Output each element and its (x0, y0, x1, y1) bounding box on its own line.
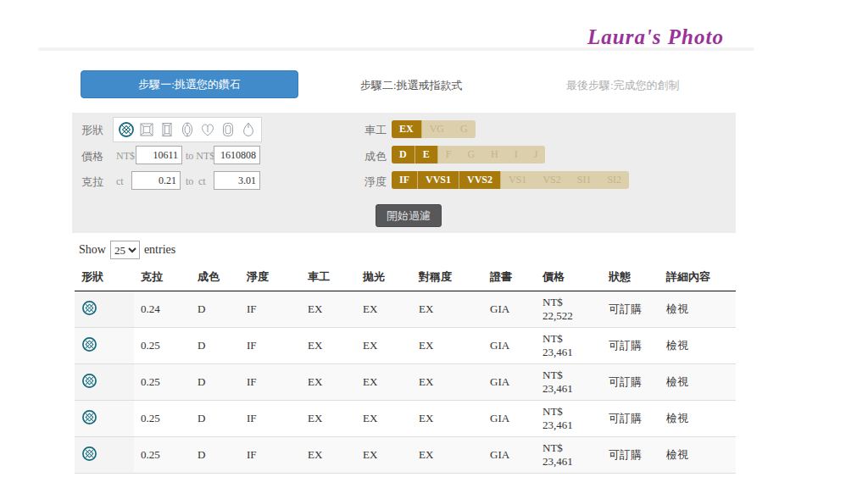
cell-certificate: GIA (483, 328, 536, 364)
cell-price: NT$ 23,461 (536, 401, 602, 437)
header-detail[interactable]: 詳細內容 (659, 263, 736, 291)
page-size-select[interactable]: 25 (110, 241, 140, 259)
clarity-option-si1[interactable]: SI1 (570, 171, 600, 189)
header-certificate[interactable]: 證書 (483, 263, 536, 291)
cut-label: 車工 (364, 123, 387, 138)
price-to-label: to NT$ (186, 150, 214, 163)
round-diamond-icon (81, 446, 97, 462)
cell-cut: EX (301, 437, 356, 474)
color-label: 成色 (364, 149, 387, 164)
clarity-option-if[interactable]: IF (392, 171, 418, 189)
color-option-i[interactable]: I (507, 146, 526, 164)
tab-step1-choose-diamond[interactable]: 步驟一:挑選您的鑽石 (81, 70, 298, 98)
color-option-h[interactable]: H (483, 146, 507, 164)
filter-panel: 形狀 (72, 113, 736, 233)
cell-certificate: GIA (483, 291, 536, 328)
carat-label: 克拉 (81, 175, 103, 190)
shape-oval-icon[interactable] (179, 120, 196, 139)
shape-pear-icon[interactable] (240, 120, 257, 139)
header-clarity[interactable]: 淨度 (240, 263, 301, 291)
cell-certificate: GIA (483, 364, 536, 401)
cut-option-vg[interactable]: VG (422, 120, 453, 138)
cell-cut: EX (301, 401, 356, 437)
carat-min-input[interactable] (131, 171, 181, 190)
diamond-results-table: 形狀 克拉 成色 淨度 車工 拋光 對稱度 證書 價格 狀態 詳細內容 (75, 263, 736, 474)
shape-cushion-icon[interactable] (220, 120, 236, 139)
clarity-option-vs1[interactable]: VS1 (501, 171, 535, 189)
header-price[interactable]: 價格 (536, 263, 602, 291)
cut-filter-group: EX VG G (392, 120, 476, 138)
entries-control: Show 25 entries (79, 241, 175, 259)
cut-option-g[interactable]: G (453, 120, 476, 138)
cell-carat: 0.25 (134, 364, 191, 401)
cell-symmetry: EX (412, 364, 483, 401)
header-polish[interactable]: 拋光 (356, 263, 412, 291)
cell-polish: EX (356, 401, 412, 437)
cut-option-ex[interactable]: EX (392, 120, 422, 138)
cell-carat: 0.24 (134, 291, 191, 328)
color-option-d[interactable]: D (392, 146, 415, 164)
cell-symmetry: EX (412, 328, 483, 364)
cell-color: D (191, 328, 240, 364)
cell-symmetry: EX (412, 401, 483, 437)
clarity-filter-group: IF VVS1 VVS2 VS1 VS2 SI1 SI2 (392, 171, 629, 189)
cell-clarity: IF (240, 364, 301, 401)
cell-color: D (191, 437, 240, 474)
color-option-e[interactable]: E (415, 146, 438, 164)
view-detail-link[interactable]: 檢視 (659, 437, 736, 474)
cell-symmetry: EX (412, 437, 483, 474)
price-currency-prefix: NT$ (116, 150, 135, 163)
shape-heart-icon[interactable] (199, 120, 216, 139)
color-filter-group: D E F G H I J (392, 146, 545, 164)
header-cut[interactable]: 車工 (301, 263, 356, 291)
view-detail-link[interactable]: 檢視 (659, 364, 736, 401)
header-divider (38, 47, 754, 51)
cell-status: 可訂購 (602, 291, 659, 328)
cell-cut: EX (301, 364, 356, 401)
cell-polish: EX (356, 291, 412, 328)
shape-label: 形狀 (81, 123, 103, 138)
cell-clarity: IF (240, 437, 301, 474)
start-filter-button[interactable]: 開始過濾 (376, 204, 442, 227)
price-max-input[interactable] (214, 146, 260, 164)
header-status[interactable]: 狀態 (602, 263, 659, 291)
cell-color: D (191, 364, 240, 401)
header-shape[interactable]: 形狀 (75, 263, 134, 291)
shape-princess-icon[interactable] (138, 120, 155, 139)
shape-emerald-icon[interactable] (159, 120, 175, 139)
color-option-j[interactable]: J (526, 146, 546, 164)
clarity-option-vs2[interactable]: VS2 (535, 171, 569, 189)
view-detail-link[interactable]: 檢視 (659, 291, 736, 328)
tab-step2-choose-ring[interactable]: 步驟二:挑選戒指款式 (360, 78, 463, 93)
cell-status: 可訂購 (602, 401, 659, 437)
carat-max-input[interactable] (214, 171, 260, 190)
cell-price: NT$ 23,461 (536, 437, 602, 474)
cell-status: 可訂購 (602, 328, 659, 364)
clarity-option-vvs1[interactable]: VVS1 (418, 171, 459, 189)
cell-price: NT$ 23,461 (536, 328, 602, 364)
cell-clarity: IF (240, 291, 301, 328)
round-diamond-icon (81, 373, 97, 389)
cell-polish: EX (356, 364, 412, 401)
clarity-option-si2[interactable]: SI2 (599, 171, 629, 189)
round-diamond-icon (81, 300, 97, 316)
carat-ct-prefix2: ct (198, 175, 206, 188)
header-carat[interactable]: 克拉 (134, 263, 191, 291)
clarity-option-vvs2[interactable]: VVS2 (459, 171, 501, 189)
price-label: 價格 (81, 149, 103, 164)
color-option-f[interactable]: F (438, 146, 460, 164)
header-symmetry[interactable]: 對稱度 (412, 263, 483, 291)
cell-clarity: IF (240, 328, 301, 364)
cell-certificate: GIA (483, 401, 536, 437)
view-detail-link[interactable]: 檢視 (659, 328, 736, 364)
price-min-input[interactable] (136, 146, 182, 164)
color-option-g[interactable]: G (459, 146, 483, 164)
shape-round-icon[interactable] (118, 120, 135, 139)
header-color[interactable]: 成色 (191, 263, 240, 291)
cell-shape (75, 401, 134, 437)
table-row: 0.25 D IF EX EX EX GIA NT$ 23,461 可訂購 檢視 (75, 364, 736, 401)
cell-polish: EX (356, 437, 412, 474)
table-row: 0.25 D IF EX EX EX GIA NT$ 23,461 可訂購 檢視 (75, 437, 736, 474)
cell-color: D (191, 401, 240, 437)
view-detail-link[interactable]: 檢視 (659, 401, 736, 437)
